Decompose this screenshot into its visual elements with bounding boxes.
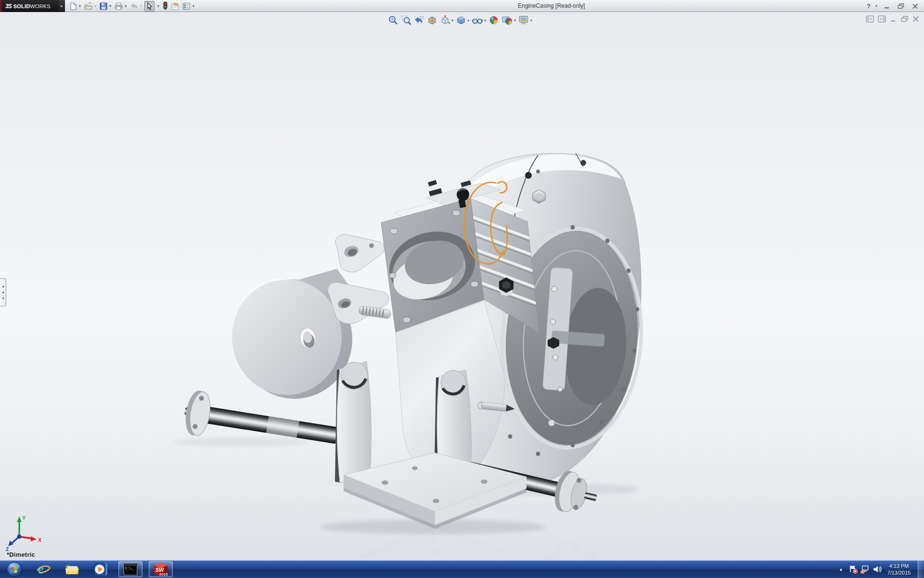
zoom-to-fit-button[interactable] <box>388 15 398 26</box>
save-icon <box>99 2 108 11</box>
print-button[interactable]: ▾ <box>114 1 128 12</box>
section-view-icon <box>427 15 437 26</box>
new-document-icon <box>69 2 77 11</box>
doc-restore-button[interactable] <box>901 16 909 22</box>
model-geometry[interactable] <box>173 153 649 534</box>
options-button[interactable]: ▾ <box>181 1 196 12</box>
edit-appearance-button[interactable] <box>488 15 499 26</box>
heads-up-view-toolbar: ▾ ▾ ▾ <box>388 14 535 26</box>
restore-button[interactable] <box>896 2 906 10</box>
windows-taskbar: e C:\_ S <box>0 560 924 578</box>
volume-button[interactable] <box>871 560 883 578</box>
engine-casing-model[interactable] <box>0 13 924 560</box>
hide-show-items-icon <box>472 15 483 26</box>
open-icon <box>84 2 93 11</box>
hide-show-items-button[interactable]: ▾ <box>472 15 486 26</box>
triad-z-label: Z <box>6 547 9 551</box>
main-toolbar: ▾ ▾ ▾ ▾ <box>68 0 197 12</box>
taskbar-media-player[interactable] <box>90 561 113 577</box>
zoom-to-area-icon <box>401 15 411 26</box>
volume-icon <box>873 565 882 574</box>
display-style-icon <box>456 15 466 26</box>
triad-x-label: X <box>38 537 42 543</box>
taskbar-internet-explorer[interactable]: e <box>32 561 55 577</box>
logo-brand-bold: SOLID <box>13 3 30 9</box>
folder-icon <box>64 563 80 576</box>
help-dropdown[interactable]: ▾ <box>874 4 878 8</box>
action-center-button[interactable] <box>847 560 859 578</box>
select-tool-button[interactable] <box>144 1 154 12</box>
taskbar-solidworks-2015[interactable]: SW 2015 <box>149 561 173 577</box>
print-icon <box>114 2 123 11</box>
previous-view-icon <box>414 15 424 26</box>
internet-explorer-icon: e <box>36 562 51 577</box>
view-orientation-label: *Dimetric <box>7 551 35 558</box>
view-orientation-icon <box>440 15 450 26</box>
view-settings-button[interactable]: ▾ <box>518 15 532 26</box>
show-desktop-button[interactable] <box>918 560 924 578</box>
help-button[interactable]: ? <box>867 2 871 10</box>
apply-scene-button[interactable]: ▾ <box>501 15 516 26</box>
titlebar: 3S SOLIDWORKS ▸ ▾ ▾ ▾ <box>0 0 924 12</box>
apply-scene-icon <box>501 15 513 26</box>
clock-date: 7/13/2015 <box>883 569 915 576</box>
display-style-button[interactable]: ▾ <box>456 15 469 26</box>
minimize-icon <box>884 3 890 9</box>
action-center-flag-icon <box>848 565 858 574</box>
window-title: EngineCasing [Read-only] <box>518 2 585 9</box>
file-properties-button[interactable] <box>170 1 180 12</box>
feature-manager-collapsed-tab[interactable]: ◂ ◂ ◂ <box>0 278 6 306</box>
document-window-controls <box>866 15 919 23</box>
logo-brand-light: WORKS <box>30 3 51 9</box>
solidworks-icon-year: 2015 <box>159 572 168 577</box>
new-document-button[interactable]: ▾ <box>68 1 82 12</box>
view-settings-icon <box>518 15 529 26</box>
graphics-viewport[interactable]: ▾ ▾ ▾ <box>0 13 924 560</box>
taskbar-clock[interactable]: 4:13 PM 7/13/2015 <box>883 563 915 576</box>
start-button[interactable] <box>3 561 26 577</box>
network-status-button[interactable] <box>859 560 871 578</box>
save-button[interactable]: ▾ <box>99 1 113 12</box>
solidworks-2015-icon: SW 2015 <box>153 562 168 577</box>
titlebar-controls: ? ▾ <box>867 0 920 12</box>
close-button[interactable] <box>910 2 920 10</box>
minimize-button[interactable] <box>882 2 892 10</box>
taskbar-command-prompt[interactable]: C:\_ <box>118 561 142 577</box>
zoom-to-area-button[interactable] <box>401 15 411 26</box>
solidworks-logo: 3S SOLIDWORKS <box>0 0 59 12</box>
clock-time: 4:13 PM <box>883 563 915 569</box>
previous-view-button[interactable] <box>414 15 424 26</box>
rebuild-traffic-light-icon <box>162 1 168 11</box>
logo-3ds-icon: 3S <box>5 3 12 10</box>
file-properties-icon <box>170 2 180 11</box>
reference-triad: Y X Z <box>4 514 44 551</box>
zoom-to-fit-icon <box>388 15 398 26</box>
command-prompt-icon: C:\_ <box>123 563 138 576</box>
media-player-icon <box>94 562 108 577</box>
taskbar-windows-explorer[interactable] <box>61 561 84 577</box>
doc-close-button[interactable] <box>912 16 919 22</box>
command-prompt-icon-text: C:\_ <box>125 566 134 570</box>
show-hidden-icons-button[interactable]: ▲ <box>835 560 847 578</box>
restore-icon <box>898 3 905 9</box>
open-button[interactable]: ▾ <box>83 1 98 12</box>
select-dropdown[interactable]: ▾ <box>155 1 161 12</box>
rebuild-button[interactable] <box>162 1 169 12</box>
windows-start-orb-icon <box>6 561 23 578</box>
menu-expand-arrow[interactable]: ▸ <box>59 0 65 12</box>
options-icon <box>182 2 191 11</box>
select-cursor-icon <box>145 2 154 11</box>
section-view-button[interactable] <box>427 15 437 26</box>
collapse-left-pane-button[interactable] <box>866 15 874 23</box>
network-disconnected-icon <box>860 565 870 574</box>
view-orientation-button[interactable]: ▾ <box>440 15 453 26</box>
solidworks-screen: { "titlebar": { "logo": { "mark": "3S", … <box>0 0 924 578</box>
system-tray: ▲ 4:13 PM 7/ <box>835 560 924 578</box>
collapse-right-pane-button[interactable] <box>878 15 886 23</box>
triad-y-label: Y <box>22 515 26 521</box>
undo-icon <box>129 2 139 11</box>
doc-minimize-button[interactable] <box>890 16 897 22</box>
edit-appearance-icon <box>488 15 499 26</box>
close-icon <box>912 3 918 9</box>
undo-button[interactable]: ▾ <box>129 1 143 12</box>
